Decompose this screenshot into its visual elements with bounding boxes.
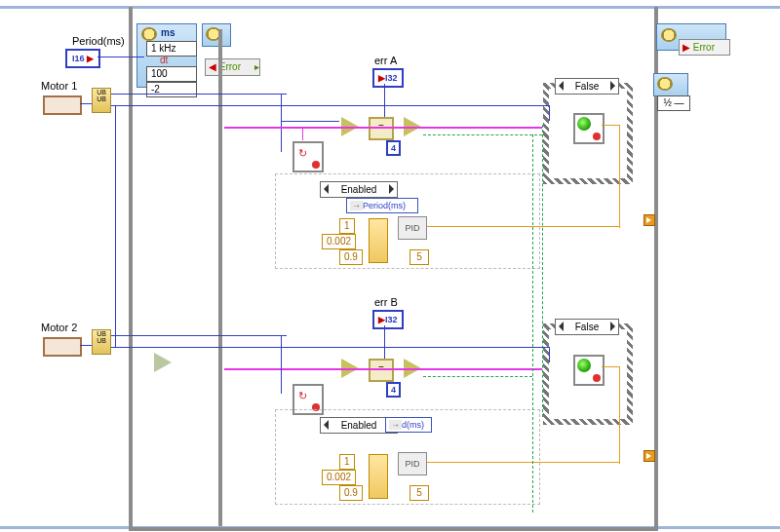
- errA-terminal[interactable]: ▶I32: [372, 68, 404, 88]
- const-5-B: 5: [410, 485, 429, 501]
- encoder-read-A[interactable]: ↻: [292, 141, 324, 172]
- motor1-label: Motor 1: [41, 80, 77, 92]
- Kd-A: 0.9: [339, 249, 363, 265]
- wire-pink-A-v: [302, 129, 303, 140]
- wire-blue-long: [115, 105, 116, 347]
- period-label: Period(ms): [72, 35, 125, 47]
- shift-reg-A[interactable]: [644, 214, 655, 226]
- wire: [98, 57, 144, 57]
- period-datatype: I16: [72, 54, 85, 63]
- bundle-pid-B[interactable]: [369, 454, 388, 499]
- wire: [281, 94, 282, 152]
- case-selector-B[interactable]: False: [555, 319, 619, 335]
- wire-pink-B: [224, 368, 542, 370]
- wire-orange-A: [427, 226, 620, 227]
- inner-divider: [218, 29, 222, 526]
- motor2-unbundle[interactable]: UBUB: [92, 329, 111, 355]
- half-tick-indicator-right: ½ —: [657, 95, 690, 111]
- wire-pink-A: [224, 127, 542, 129]
- shift-reg-B[interactable]: [644, 450, 655, 462]
- error-out-terminal[interactable]: ▶ Error: [679, 39, 730, 56]
- wire-green-long-v: [532, 134, 533, 513]
- Kd-B: 0.9: [339, 485, 363, 501]
- wire-orange-B-v: [619, 366, 620, 464]
- timing-freq: 1 kHz: [146, 41, 197, 57]
- error-in-terminal[interactable]: ◀ Error ▸: [205, 58, 260, 76]
- errA-label: err A: [374, 55, 397, 66]
- wire-green-A: [423, 134, 542, 135]
- Ki-A: 0.002: [322, 234, 356, 249]
- Kp-B: 1: [339, 454, 355, 470]
- feedback-node-left[interactable]: [154, 353, 172, 372]
- const-4-A: 4: [386, 140, 401, 156]
- bundle-pid-A[interactable]: [369, 218, 388, 263]
- equal-B[interactable]: =: [369, 359, 394, 382]
- iteration-node-header: [202, 23, 231, 47]
- wire: [80, 345, 92, 346]
- case-selector-A[interactable]: False: [555, 78, 619, 95]
- motor-write-B[interactable]: [573, 355, 604, 386]
- wire-orange-B: [427, 462, 620, 463]
- wire: [384, 325, 385, 359]
- pid-node-B[interactable]: PID: [398, 452, 427, 475]
- dt-value[interactable]: 100: [146, 66, 197, 82]
- wire: [111, 105, 550, 106]
- const-4-B: 4: [386, 382, 401, 398]
- wire: [549, 347, 550, 362]
- wire-orange-A-h2: [602, 125, 619, 126]
- motor2-label: Motor 2: [41, 322, 77, 333]
- wire: [111, 94, 287, 95]
- wire: [549, 105, 550, 121]
- wire: [281, 335, 282, 394]
- dt-label: dt: [160, 55, 168, 65]
- equal-A[interactable]: =: [369, 117, 394, 140]
- wire-orange-A-v: [619, 125, 620, 228]
- motor-write-A[interactable]: [573, 113, 604, 144]
- timing-unit: ms: [161, 27, 175, 38]
- Kp-A: 1: [339, 218, 355, 234]
- right-feedback-node: [653, 73, 688, 96]
- offset-value: -2: [146, 82, 197, 97]
- wire: [111, 335, 287, 336]
- motor1-refnum[interactable]: [43, 95, 82, 115]
- errB-label: err B: [374, 296, 398, 308]
- motor2-refnum[interactable]: [43, 337, 82, 357]
- wire-green-B: [423, 376, 532, 377]
- wire: [281, 121, 339, 122]
- wire-green-A-v: [542, 125, 543, 417]
- motor1-unbundle[interactable]: UBUB: [92, 88, 111, 113]
- wire: [111, 347, 550, 348]
- errB-terminal[interactable]: ▶I32: [372, 310, 404, 329]
- period-control[interactable]: I16 ▶: [65, 49, 100, 68]
- const-5-A: 5: [410, 249, 429, 265]
- pid-node-A[interactable]: PID: [398, 216, 427, 240]
- wire-orange-B-h2: [602, 366, 619, 367]
- wire: [384, 84, 385, 117]
- Ki-B: 0.002: [322, 470, 356, 485]
- wire: [80, 103, 92, 104]
